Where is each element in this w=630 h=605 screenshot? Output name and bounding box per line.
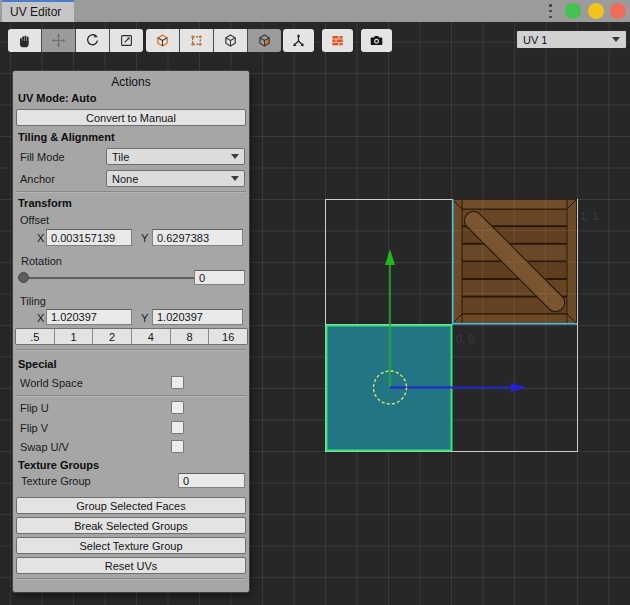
divider	[16, 395, 246, 397]
offset-label: Offset	[20, 214, 49, 226]
fill-mode-dropdown[interactable]: Tile	[106, 148, 245, 165]
preset-4-button[interactable]: 4	[132, 329, 170, 344]
anchor-dropdown[interactable]: None	[106, 170, 245, 187]
title-bar: UV Editor	[0, 0, 630, 22]
panel-title: Actions	[13, 75, 249, 89]
tiling-presets: .5 1 2 4 8 16	[15, 328, 248, 345]
window-button-yellow[interactable]	[588, 3, 604, 19]
rotation-label: Rotation	[21, 255, 62, 267]
fill-mode-value: Tile	[112, 151, 129, 163]
tiling-y-label: Y	[141, 312, 148, 324]
tab-uv-editor[interactable]: UV Editor	[2, 0, 74, 22]
window-button-red[interactable]	[610, 3, 626, 19]
offset-y-label: Y	[141, 232, 148, 244]
tiling-alignment-header: Tiling & Alignment	[18, 131, 115, 143]
scale-icon	[119, 33, 134, 48]
render-uv-button[interactable]	[361, 29, 392, 52]
break-selected-groups-button[interactable]: Break Selected Groups	[16, 517, 246, 534]
grid-origin-label: 0, 0	[456, 333, 474, 345]
group-selected-faces-button[interactable]: Group Selected Faces	[16, 497, 246, 514]
select-texture-group-button[interactable]: Select Texture Group	[16, 537, 246, 554]
mode-tool-group	[146, 29, 281, 52]
rotation-slider-track[interactable]	[20, 277, 198, 279]
texture-group-field[interactable]: 0	[178, 473, 245, 488]
flip-u-label: Flip U	[20, 402, 49, 414]
rotation-slider-handle[interactable]	[18, 272, 29, 283]
world-space-label: World Space	[20, 377, 83, 389]
nav-tool-group	[8, 29, 143, 52]
preset-half-button[interactable]: .5	[16, 329, 54, 344]
grid-unit-label: 1, 1	[580, 210, 598, 222]
preset-16-button[interactable]: 16	[209, 329, 247, 344]
flip-v-label: Flip V	[20, 422, 48, 434]
chevron-down-icon	[612, 37, 620, 42]
tiling-x-field[interactable]: 1.020397	[46, 309, 132, 325]
texture-group-button[interactable]	[322, 29, 353, 52]
chevron-down-icon	[231, 176, 239, 181]
cube-edge-icon	[223, 33, 238, 48]
scale-tool-button[interactable]	[110, 29, 143, 52]
window-button-green[interactable]	[565, 3, 581, 19]
edge-mode-button[interactable]	[214, 29, 247, 52]
divider	[16, 349, 246, 351]
rotation-value-field[interactable]: 0	[194, 270, 245, 285]
uv-channel-value: UV 1	[523, 34, 547, 46]
cube-face-icon	[257, 33, 272, 48]
vertex-select-icon	[189, 33, 204, 48]
tiling-label: Tiling	[20, 295, 46, 307]
move-tool-button[interactable]	[42, 29, 75, 52]
cube-outline-icon	[155, 33, 170, 48]
project-uv-button[interactable]	[283, 29, 314, 52]
reset-uvs-button[interactable]: Reset UVs	[16, 557, 246, 574]
pan-tool-button[interactable]	[8, 29, 41, 52]
tab-title: UV Editor	[10, 5, 61, 19]
uv-mode-label: UV Mode: Auto	[18, 92, 96, 104]
camera-icon	[369, 33, 384, 48]
hand-icon	[17, 33, 32, 48]
kebab-menu-icon[interactable]	[549, 4, 553, 18]
fill-mode-label: Fill Mode	[20, 151, 65, 163]
object-mode-button[interactable]	[146, 29, 179, 52]
move-arrows-icon	[51, 33, 66, 48]
actions-panel: Actions UV Mode: Auto Convert to Manual …	[12, 70, 250, 593]
tiling-x-label: X	[37, 312, 44, 324]
anchor-value: None	[112, 173, 138, 185]
uv-channel-dropdown[interactable]: UV 1	[516, 30, 627, 49]
preset-8-button[interactable]: 8	[171, 329, 209, 344]
offset-x-field[interactable]: 0.003157139	[46, 229, 132, 246]
texture-group-label: Texture Group	[21, 475, 91, 487]
flip-u-checkbox[interactable]	[171, 401, 184, 414]
rotate-icon	[85, 33, 100, 48]
transform-header: Transform	[18, 197, 72, 209]
special-header: Special	[18, 358, 57, 370]
unwrap-arrows-icon	[291, 33, 306, 48]
flip-v-checkbox[interactable]	[171, 421, 184, 434]
face-mode-button[interactable]	[248, 29, 281, 52]
tiling-y-field[interactable]: 1.020397	[152, 309, 243, 325]
preset-1-button[interactable]: 1	[55, 329, 93, 344]
offset-x-label: X	[37, 232, 44, 244]
world-space-checkbox[interactable]	[171, 376, 184, 389]
chevron-down-icon	[231, 154, 239, 159]
divider	[16, 578, 246, 580]
preset-2-button[interactable]: 2	[93, 329, 131, 344]
anchor-label: Anchor	[20, 173, 55, 185]
offset-y-field[interactable]: 0.6297383	[152, 229, 243, 246]
vertex-mode-button[interactable]	[180, 29, 213, 52]
swap-uv-label: Swap U/V	[20, 441, 69, 453]
divider	[16, 191, 246, 193]
swap-uv-checkbox[interactable]	[171, 440, 184, 453]
rotate-tool-button[interactable]	[76, 29, 109, 52]
convert-to-manual-button[interactable]: Convert to Manual	[16, 109, 246, 126]
texture-groups-header: Texture Groups	[18, 459, 99, 471]
uv-editor-window: 0, 0 1, 1 UV Editor	[0, 0, 630, 605]
bricks-icon	[330, 33, 345, 48]
